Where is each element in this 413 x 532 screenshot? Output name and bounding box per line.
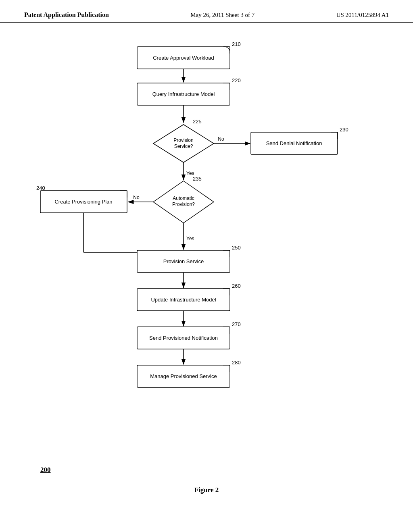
node-235-text1: Automatic bbox=[173, 195, 194, 201]
flowchart-svg: Create Approval Workload 210 Query Infra… bbox=[0, 23, 413, 506]
yes-label-235: Yes bbox=[186, 236, 194, 241]
publication-title: Patent Application Publication bbox=[24, 11, 109, 19]
figure-caption: Figure 2 bbox=[0, 486, 413, 494]
label-230: 230 bbox=[340, 127, 348, 133]
node-270-text: Send Provisioned Notification bbox=[149, 335, 218, 341]
label-220: 220 bbox=[232, 77, 241, 83]
no-label-235: No bbox=[133, 195, 140, 200]
label-260: 260 bbox=[232, 283, 241, 289]
label-225: 225 bbox=[193, 118, 202, 125]
label-250: 250 bbox=[232, 245, 241, 251]
node-235-text2: Provision? bbox=[172, 202, 195, 207]
node-220-text: Query Infrastructure Model bbox=[152, 91, 215, 97]
publication-number: US 2011/0125894 A1 bbox=[336, 12, 389, 19]
diagram-number: 200 bbox=[40, 466, 51, 474]
label-235: 235 bbox=[193, 176, 202, 182]
yes-label-225: Yes bbox=[186, 170, 194, 176]
page-header: Patent Application Publication May 26, 2… bbox=[0, 0, 413, 23]
node-240-text: Create Provisioning Plan bbox=[54, 199, 112, 205]
label-280: 280 bbox=[232, 360, 241, 366]
node-210-text: Create Approval Workload bbox=[153, 55, 214, 61]
node-260-text: Update Infrastructure Model bbox=[151, 297, 216, 303]
node-225-text2: Service? bbox=[174, 143, 193, 149]
publication-date-sheet: May 26, 2011 Sheet 3 of 7 bbox=[190, 12, 254, 19]
node-225-text1: Provision bbox=[173, 137, 193, 143]
label-240: 240 bbox=[36, 185, 45, 191]
no-label-225: No bbox=[218, 136, 224, 142]
diagram-area: Create Approval Workload 210 Query Infra… bbox=[0, 23, 413, 506]
node-250-text: Provision Service bbox=[163, 258, 204, 264]
node-230-text: Send Denial Notification bbox=[266, 140, 322, 146]
label-210: 210 bbox=[232, 41, 241, 47]
label-270: 270 bbox=[232, 321, 241, 327]
node-280-text: Manage Provisioned Service bbox=[150, 373, 217, 379]
